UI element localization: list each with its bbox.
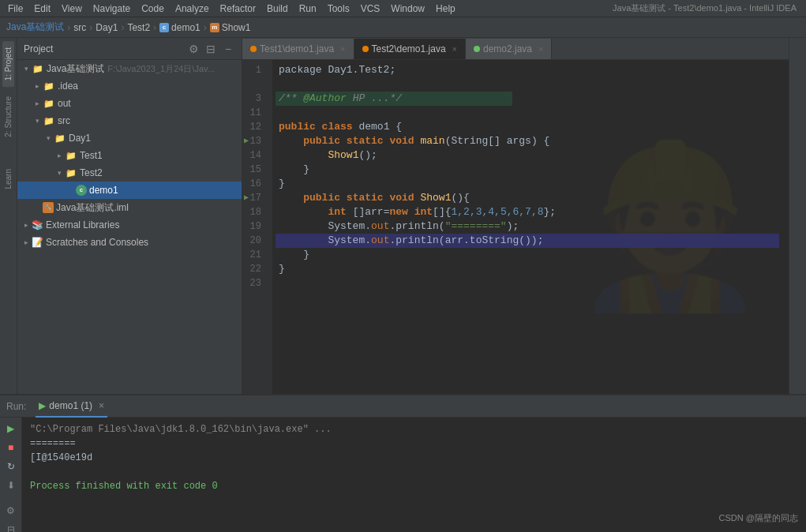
breadcrumb-item-3[interactable]: Day1 [96,22,118,33]
line-numbers: 1 3 11 12 ▶ 13 14 15 16 ▶ 17 [242,60,272,394]
run-output: "C:\Program Files\Java\jdk1.8.0_162\bin\… [22,418,806,532]
panel-settings-icon[interactable]: ⚙ [186,42,201,56]
tree-item-day1[interactable]: ▾ 📁 Day1 [17,129,242,147]
ln-11: 11 [242,106,266,120]
iml-icon: 🔧 [43,202,54,213]
code-line-17: public static void Show1(){ [279,191,782,205]
tree-item-root[interactable]: ▾ 📁 Java基础测试 F:\Java2023_1月24日\Jav... [17,60,242,77]
ln-16: 16 [242,177,266,191]
tab-label-test2demo1: Test2\demo1.java [372,43,446,54]
panel-header: Project ⚙ ⊟ − [17,38,242,60]
menu-view[interactable]: View [57,0,87,17]
tree-item-idea[interactable]: ▸ 📁 .idea [17,77,242,95]
code-line-19: System.out.println("========"); [279,219,782,234]
code-editor[interactable]: 👷 1 3 11 12 ▶ 13 14 15 16 [242,60,789,394]
tree-item-out[interactable]: ▸ 📁 out [17,95,242,112]
tree-label-idea: .idea [58,81,78,92]
output-line-5: Process finished with exit code 0 [30,479,798,493]
project-panel: Project ⚙ ⊟ − ▾ 📁 Java基础测试 F:\Java2023_1… [17,38,242,394]
ln-2 [242,77,266,92]
breadcrumb-item-5[interactable]: cdemo1 [159,22,201,33]
tab-close-demo2[interactable]: × [538,44,543,54]
run-layout-button[interactable]: ⊟ [3,522,19,532]
tree-arrow-extlibs: ▸ [21,221,32,229]
menu-tools[interactable]: Tools [323,0,354,17]
breadcrumb-item-2[interactable]: src [73,22,86,33]
menu-window[interactable]: Window [386,0,429,17]
breadcrumb-item-1[interactable]: Java基础测试 [6,21,64,34]
run-arrow-17: ▶ [244,191,249,205]
window-title: Java基础测试 - Test2\demo1.java - IntelliJ I… [613,2,803,14]
breadcrumb-sep-2: › [89,22,92,33]
menu-help[interactable]: Help [431,0,460,17]
run-stop-button[interactable]: ■ [3,440,19,455]
tab-dot-test2demo1 [362,46,369,52]
tree-item-test2[interactable]: ▾ 📁 Test2 [17,164,242,182]
tab-label-test1demo1: Test1\demo1.java [260,43,334,54]
output-line-1: "C:\Program Files\Java\jdk1.8.0_162\bin\… [30,422,798,436]
menu-refactor[interactable]: Refactor [216,0,261,17]
tree-arrow-test2: ▾ [54,169,65,177]
menu-vcs[interactable]: VCS [356,0,385,17]
run-rerun-button[interactable]: ↻ [3,459,19,474]
project-icon: 📁 [32,62,44,75]
tab-close-test1demo1[interactable]: × [340,44,345,54]
ln-1: 1 [242,63,266,77]
menu-navigate[interactable]: Navigate [88,0,135,17]
run-play-button[interactable]: ▶ [3,421,19,436]
tab-demo2[interactable]: demo2.java × [466,39,552,59]
tree-root-path: F:\Java2023_1月24日\Jav... [107,63,215,75]
tab-dot-demo2 [474,46,480,52]
sidebar-item-structure[interactable]: 2: Structure [2,90,14,144]
run-settings-button[interactable]: ⚙ [3,503,19,519]
panel-close-icon[interactable]: − [221,42,235,56]
ln-12: 12 [242,120,266,134]
tree-item-iml[interactable]: 🔧 Java基础测试.iml [17,199,242,216]
bottom-tab-run[interactable]: ▶ demo1 (1) × [36,395,107,418]
menu-run[interactable]: Run [294,0,321,17]
panel-title: Project [24,43,183,54]
tree-item-src[interactable]: ▾ 📁 src [17,112,242,129]
menu-build[interactable]: Build [262,0,293,17]
code-line-14: Show1(); [279,148,782,163]
run-label: Run: [6,401,26,412]
folder-icon-src: 📁 [43,114,55,127]
editor-area: Test1\demo1.java × Test2\demo1.java × de… [242,38,789,394]
tab-test2demo1[interactable]: Test2\demo1.java × [354,39,467,59]
menu-code[interactable]: Code [137,0,169,17]
tree-item-extlibs[interactable]: ▸ 📚 External Libraries [17,216,242,234]
ln-18: 18 [242,205,266,219]
tab-close-test2demo1[interactable]: × [452,44,457,54]
ln-22: 22 [242,262,266,276]
code-line-20: System.out.println(arr.toString()); [276,234,779,248]
ln-14: 14 [242,148,266,163]
tree-item-demo1[interactable]: c demo1 [17,182,242,199]
tab-test1demo1[interactable]: Test1\demo1.java × [242,39,354,59]
menu-edit[interactable]: Edit [29,0,55,17]
output-line-4 [30,465,798,479]
tree-arrow-root: ▾ [21,65,32,73]
scratch-icon: 📝 [32,237,43,248]
menu-file[interactable]: File [3,0,28,17]
ln-21: 21 [242,248,266,262]
code-line-3: /** @Author HP ...*/ [276,92,512,106]
menu-analyze[interactable]: Analyze [171,0,214,17]
breadcrumb-item-4[interactable]: Test2 [127,22,150,33]
sidebar-item-project[interactable]: 1: Project [2,41,14,87]
run-sidebar: ▶ ■ ↻ ⬇ ⚙ ⊟ 🖨 🗑 [0,418,22,532]
tree-item-scratches[interactable]: ▸ 📝 Scratches and Consoles [17,234,242,251]
breadcrumb-sep-4: › [153,22,156,33]
run-scroll-end-button[interactable]: ⬇ [3,478,19,493]
ln-23: 23 [242,276,266,290]
breadcrumb-item-6[interactable]: mShow1 [210,22,251,33]
tree-label-test2: Test2 [80,167,103,178]
main-layout: 1: Project 2: Structure Learn Project ⚙ … [0,38,806,532]
tree-label-day1: Day1 [69,133,91,144]
folder-icon-test2: 📁 [65,167,77,179]
panel-layout-icon[interactable]: ⊟ [204,42,218,56]
tree-arrow-idea: ▸ [32,82,43,90]
run-tab-close[interactable]: × [99,400,104,411]
sidebar-item-learn[interactable]: Learn [2,163,14,196]
code-content[interactable]: package Day1.Test2; /** @Author HP ...*/… [272,60,789,394]
tree-item-test1[interactable]: ▸ 📁 Test1 [17,147,242,164]
